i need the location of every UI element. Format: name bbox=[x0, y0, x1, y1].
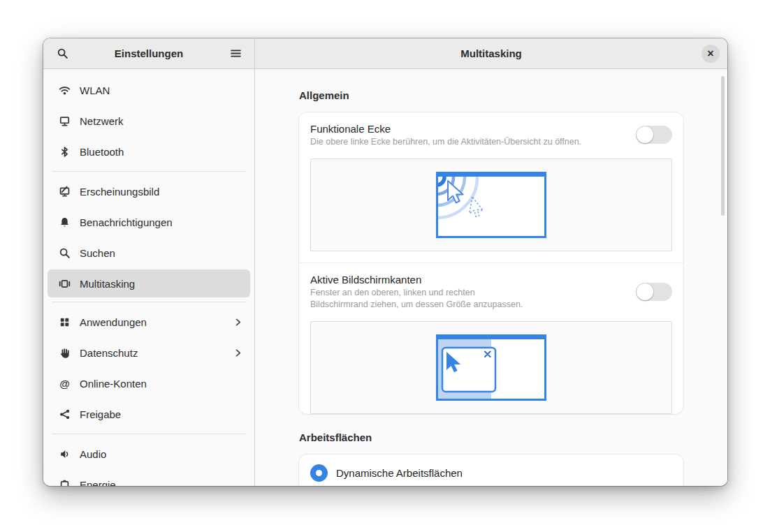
section-heading-arbeitsflaechen: Arbeitsflächen bbox=[299, 431, 683, 445]
sidebar-item-wlan[interactable]: WLAN bbox=[48, 75, 250, 105]
sidebar-item-label: Bluetooth bbox=[80, 146, 243, 158]
toggle-knob bbox=[637, 126, 653, 143]
main-pane: Multitasking × Allgemein Funktionale Eck… bbox=[255, 38, 727, 486]
search-icon bbox=[57, 47, 68, 59]
sidebar-separator bbox=[52, 434, 246, 434]
close-icon: × bbox=[707, 48, 713, 59]
settings-window: Einstellungen WLAN bbox=[43, 38, 727, 486]
toggle-knob bbox=[637, 283, 653, 300]
at-icon: @ bbox=[59, 378, 71, 390]
scrollbar-thumb[interactable] bbox=[721, 76, 725, 216]
sidebar-item-label: WLAN bbox=[80, 84, 243, 96]
active-edges-toggle[interactable] bbox=[636, 283, 672, 301]
share-icon bbox=[59, 408, 71, 420]
sidebar-item-multitasking[interactable]: Multitasking bbox=[48, 269, 250, 297]
sidebar-item-online-konten[interactable]: @ Online-Konten bbox=[48, 368, 250, 399]
bluetooth-icon bbox=[59, 146, 71, 158]
sidebar-item-freigabe[interactable]: Freigabe bbox=[48, 399, 250, 429]
network-icon bbox=[59, 115, 71, 127]
workspaces-card: Dynamische Arbeitsflächen bbox=[299, 455, 683, 486]
sidebar-item-bluetooth[interactable]: Bluetooth bbox=[48, 136, 250, 167]
hot-corner-title: Funktionale Ecke bbox=[310, 122, 627, 135]
sidebar-item-label: Anwendungen bbox=[80, 316, 224, 328]
active-edges-row: Aktive Bildschirmkanten Fenster an den o… bbox=[299, 263, 683, 318]
sidebar-item-label: Benachrichtigungen bbox=[80, 216, 243, 228]
active-edges-texts: Aktive Bildschirmkanten Fenster an den o… bbox=[310, 273, 636, 310]
active-edges-illustration bbox=[310, 321, 672, 414]
active-edges-subtitle-line1: Fenster an den oberen, linken und rechte… bbox=[310, 287, 627, 298]
speaker-icon bbox=[59, 448, 71, 460]
hot-corner-row: Funktionale Ecke Die obere linke Ecke be… bbox=[299, 112, 683, 156]
chevron-right-icon bbox=[233, 317, 243, 327]
sidebar-item-audio[interactable]: Audio bbox=[48, 438, 250, 469]
sidebar-item-label: Audio bbox=[80, 448, 243, 460]
page-title: Multitasking bbox=[255, 47, 727, 59]
sidebar-item-label: Energie bbox=[80, 479, 243, 487]
bell-icon bbox=[59, 216, 71, 228]
hot-corner-illustration bbox=[310, 158, 672, 251]
active-edges-monitor-graphic bbox=[436, 334, 546, 401]
sidebar: Einstellungen WLAN bbox=[43, 38, 255, 486]
hot-corner-monitor-graphic bbox=[436, 172, 546, 238]
sidebar-list: WLAN Netzwerk Bluetooth bbox=[43, 69, 254, 486]
search-icon bbox=[59, 247, 71, 259]
search-button[interactable] bbox=[52, 43, 73, 64]
sidebar-item-label: Suchen bbox=[80, 247, 243, 259]
general-card: Funktionale Ecke Die obere linke Ecke be… bbox=[299, 112, 683, 414]
sidebar-separator bbox=[52, 302, 246, 302]
sidebar-item-label: Freigabe bbox=[80, 408, 243, 420]
sidebar-item-energie[interactable]: Energie bbox=[48, 469, 250, 486]
hot-corner-texts: Funktionale Ecke Die obere linke Ecke be… bbox=[310, 122, 636, 147]
menu-button[interactable] bbox=[225, 43, 246, 64]
sidebar-item-anwendungen[interactable]: Anwendungen bbox=[48, 306, 250, 337]
sidebar-item-benachrichtigungen[interactable]: Benachrichtigungen bbox=[48, 207, 250, 237]
hand-icon bbox=[59, 347, 71, 359]
main-headerbar: Multitasking × bbox=[255, 38, 727, 69]
close-button[interactable]: × bbox=[702, 45, 720, 63]
sidebar-item-suchen[interactable]: Suchen bbox=[48, 237, 250, 268]
desktop-background: Einstellungen WLAN bbox=[0, 0, 770, 532]
active-edges-subtitle-line2: Bildschirmrand ziehen, um dessen Größe a… bbox=[310, 299, 627, 310]
dynamic-workspaces-label: Dynamische Arbeitsflächen bbox=[336, 467, 463, 479]
hot-corner-subtitle: Die obere linke Ecke berühren, um die Ak… bbox=[310, 136, 627, 147]
sidebar-item-label: Datenschutz bbox=[80, 347, 224, 359]
sidebar-item-datenschutz[interactable]: Datenschutz bbox=[48, 337, 250, 368]
appearance-icon bbox=[59, 186, 71, 198]
sidebar-item-label: Multitasking bbox=[80, 278, 243, 290]
dynamic-workspaces-row[interactable]: Dynamische Arbeitsflächen bbox=[299, 455, 683, 486]
sidebar-item-label: Erscheinungsbild bbox=[80, 186, 243, 198]
sidebar-title: Einstellungen bbox=[43, 47, 254, 59]
active-edges-title: Aktive Bildschirmkanten bbox=[310, 273, 627, 286]
sidebar-item-label: Online-Konten bbox=[80, 378, 243, 390]
sidebar-item-label: Netzwerk bbox=[80, 115, 243, 127]
sidebar-headerbar: Einstellungen bbox=[43, 38, 254, 69]
hot-corner-toggle[interactable] bbox=[636, 126, 672, 144]
sidebar-item-netzwerk[interactable]: Netzwerk bbox=[48, 105, 250, 136]
sidebar-item-erscheinungsbild[interactable]: Erscheinungsbild bbox=[48, 176, 250, 207]
hamburger-icon bbox=[230, 47, 242, 59]
section-heading-allgemein: Allgemein bbox=[299, 89, 683, 103]
chevron-right-icon bbox=[233, 348, 243, 358]
sidebar-separator bbox=[52, 171, 246, 172]
apps-grid-icon bbox=[59, 316, 71, 328]
dynamic-workspaces-radio[interactable] bbox=[310, 464, 328, 482]
wifi-icon bbox=[59, 84, 71, 96]
battery-icon bbox=[59, 479, 71, 487]
main-content: Allgemein Funktionale Ecke Die obere lin… bbox=[255, 69, 727, 486]
multitasking-icon bbox=[59, 278, 71, 290]
